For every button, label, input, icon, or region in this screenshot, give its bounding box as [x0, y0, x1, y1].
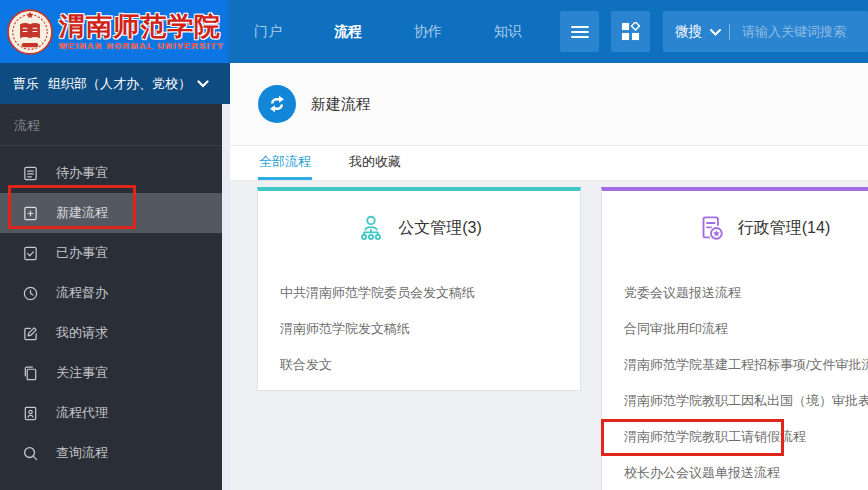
search-engine-label[interactable]: 微搜 [675, 23, 702, 41]
clock-icon [22, 285, 39, 302]
workflow-link-leave-request[interactable]: 渭南师范学院教职工请销假流程 [624, 419, 868, 455]
search-icon [22, 445, 39, 462]
workflow-link[interactable]: 联合发文 [280, 347, 558, 383]
hamburger-icon [571, 25, 589, 39]
global-search: 微搜 [663, 11, 868, 52]
search-input[interactable] [742, 24, 856, 39]
sidebar-item-proxy[interactable]: 流程代理 [0, 393, 230, 433]
tab-bar: 全部流程 我的收藏 [230, 146, 868, 181]
sidebar-item-supervise[interactable]: 流程督办 [0, 273, 230, 313]
workflow-link[interactable]: 中共渭南师范学院委员会发文稿纸 [280, 275, 558, 311]
sidebar-divider [0, 145, 230, 146]
nav-item-collaboration[interactable]: 协作 [388, 0, 468, 63]
org-person-icon [356, 213, 386, 243]
top-nav: 门户 流程 协作 知识 微搜 [228, 0, 868, 63]
sidebar-item-label: 查询流程 [56, 444, 108, 462]
sidebar-item-query[interactable]: 查询流程 [0, 433, 230, 473]
sidebar-item-label: 流程督办 [56, 284, 108, 302]
card-document-management: 公文管理(3) 中共渭南师范学院委员会发文稿纸 渭南师范学院发文稿纸 联合发文 [257, 187, 581, 391]
card-title: 行政管理(14) [738, 218, 830, 239]
university-logo: 渭南师范学院 WEINAN NORMAL UNIVERSITY [0, 0, 228, 63]
sidebar-menu: 待办事宜 新建流程 已办事宜 流程督办 [0, 153, 230, 473]
university-emblem-icon [7, 9, 53, 55]
workflow-link[interactable]: 校长办公会议题单报送流程 [624, 455, 868, 490]
sidebar-item-label: 待办事宜 [56, 164, 108, 182]
sidebar-section-label: 流程 [0, 104, 230, 145]
tab-all-workflows[interactable]: 全部流程 [258, 146, 312, 180]
app-grid-icon [621, 22, 640, 41]
sidebar-scrollbar[interactable] [222, 104, 230, 490]
sidebar-item-new-workflow[interactable]: 新建流程 [0, 193, 230, 233]
new-workflow-icon [258, 85, 296, 123]
document-star-icon [696, 213, 726, 243]
workflow-link[interactable]: 渭南师范学院教职工因私出国（境）审批表 [624, 383, 868, 419]
top-bar: 渭南师范学院 WEINAN NORMAL UNIVERSITY 门户 流程 协作… [0, 0, 868, 63]
sidebar-item-label: 关注事宜 [56, 364, 108, 382]
sidebar-item-label: 新建流程 [56, 204, 108, 222]
document-plus-icon [22, 205, 39, 222]
sidebar-item-todo[interactable]: 待办事宜 [0, 153, 230, 193]
document-check-icon [22, 245, 39, 262]
nav-item-knowledge[interactable]: 知识 [468, 0, 548, 63]
menu-button[interactable] [560, 11, 599, 52]
user-selector[interactable]: 曹乐 组织部（人才办、党校） [0, 63, 230, 104]
sidebar-item-label: 我的请求 [56, 324, 108, 342]
tab-my-favorites[interactable]: 我的收藏 [348, 146, 402, 180]
document-list-icon [22, 165, 39, 182]
copy-icon [22, 365, 39, 382]
search-divider [729, 24, 730, 40]
nav-item-portal[interactable]: 门户 [228, 0, 308, 63]
chevron-down-icon [197, 80, 209, 88]
page-header: 新建流程 [230, 63, 868, 146]
id-card-icon [22, 405, 39, 422]
page-title: 新建流程 [311, 95, 371, 114]
sidebar-item-followed[interactable]: 关注事宜 [0, 353, 230, 393]
university-name-en: WEINAN NORMAL UNIVERSITY [59, 42, 225, 51]
card-title: 公文管理(3) [398, 218, 482, 239]
user-name: 曹乐 [13, 75, 39, 93]
sidebar-item-label: 已办事宜 [56, 244, 108, 262]
university-name: 渭南师范学院 [59, 13, 225, 39]
edit-icon [22, 325, 39, 342]
workflow-link[interactable]: 党委会议题报送流程 [624, 275, 868, 311]
sidebar-item-my-requests[interactable]: 我的请求 [0, 313, 230, 353]
sidebar-item-done[interactable]: 已办事宜 [0, 233, 230, 273]
card-administration: 行政管理(14) 党委会议题报送流程 合同审批用印流程 渭南师范学院基建工程招标… [601, 187, 868, 490]
sidebar: 曹乐 组织部（人才办、党校） 流程 待办事宜 新建流程 [0, 63, 230, 490]
workflow-link[interactable]: 渭南师范学院基建工程招标事项/文件审批流程 [624, 347, 868, 383]
workflow-link[interactable]: 合同审批用印流程 [624, 311, 868, 347]
apps-button[interactable] [611, 11, 650, 52]
chevron-down-icon[interactable] [710, 29, 721, 36]
workflow-link[interactable]: 渭南师范学院发文稿纸 [280, 311, 558, 347]
user-org: 组织部（人才办、党校） [48, 75, 191, 93]
main-panel: 新建流程 全部流程 我的收藏 公文管理(3) 中共渭南师范学院 [230, 63, 868, 490]
nav-item-workflow[interactable]: 流程 [308, 0, 388, 63]
workflow-categories: 公文管理(3) 中共渭南师范学院委员会发文稿纸 渭南师范学院发文稿纸 联合发文 [230, 181, 868, 490]
sidebar-item-label: 流程代理 [56, 404, 108, 422]
